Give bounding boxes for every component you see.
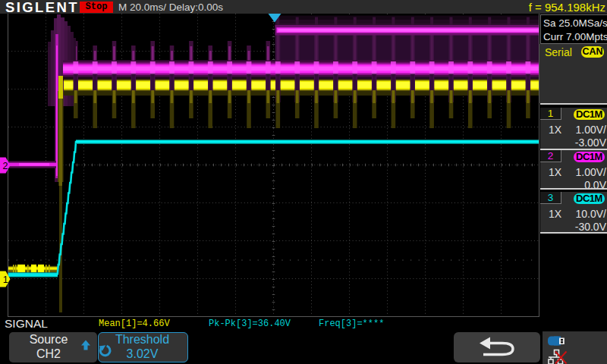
svg-text:2: 2 [2, 161, 8, 171]
svg-text:1: 1 [3, 275, 8, 285]
